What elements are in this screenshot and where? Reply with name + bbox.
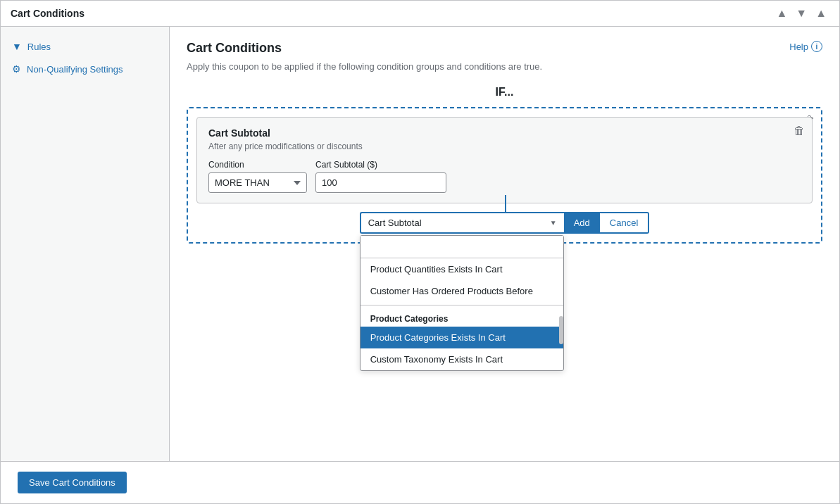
selected-condition-label: Cart Subtotal <box>368 218 422 228</box>
help-label: Help <box>789 42 808 52</box>
help-icon: i <box>811 41 822 52</box>
condition-group-outer: 🗑 🗑 Cart Subtotal After any price modifi… <box>187 107 822 244</box>
sidebar-item-rules-label: Rules <box>27 42 51 52</box>
content-header: Cart Conditions Help i <box>187 41 822 56</box>
condition-select[interactable]: MORE THAN LESS THAN EQUAL TO <box>208 172 307 193</box>
condition-box: 🗑 Cart Subtotal After any price modifica… <box>196 117 813 203</box>
dropdown-divider <box>361 305 563 305</box>
help-link[interactable]: Help i <box>789 41 822 52</box>
chevron-down-icon: ▼ <box>550 219 557 227</box>
add-condition-row: Cart Subtotal ▼ Add Cancel Product Quant… <box>196 212 813 234</box>
window-title: Cart Conditions <box>11 8 84 19</box>
footer: Save Cart Conditions <box>1 461 839 503</box>
condition-field-group: Condition MORE THAN LESS THAN EQUAL TO <box>208 160 307 193</box>
condition-dropdown-container: Cart Subtotal ▼ Add Cancel Product Quant… <box>360 212 650 234</box>
dropdown-group-product-categories: Product Categories <box>361 308 563 327</box>
condition-title: Cart Subtotal <box>208 127 801 139</box>
condition-subtitle: After any price modifications or discoun… <box>208 141 801 151</box>
dropdown-scrollbar[interactable] <box>559 261 563 370</box>
condition-label: Condition <box>208 160 307 170</box>
dropdown-item-customer-ordered[interactable]: Customer Has Ordered Products Before <box>361 280 563 302</box>
if-label: IF... <box>187 86 822 99</box>
cart-subtotal-input[interactable] <box>315 172 446 193</box>
delete-condition-button[interactable]: 🗑 <box>794 125 805 137</box>
title-bar: Cart Conditions ▲ ▼ ▲ <box>1 1 839 27</box>
dropdown-item-product-categories-exists[interactable]: Product Categories Exists In Cart <box>361 327 563 348</box>
sidebar-item-non-qualifying-label: Non-Qualifying Settings <box>27 64 123 75</box>
dropdown-scrollbar-thumb <box>559 316 563 344</box>
dropdown-item-product-quantities[interactable]: Product Quantities Exists In Cart <box>361 258 563 280</box>
cart-subtotal-label: Cart Subtotal ($) <box>315 160 446 170</box>
save-cart-conditions-button[interactable]: Save Cart Conditions <box>18 472 127 493</box>
main-window: Cart Conditions ▲ ▼ ▲ ▼ Rules ⚙ Non-Qual… <box>0 0 840 504</box>
condition-search-input[interactable] <box>361 236 563 258</box>
condition-fields: Condition MORE THAN LESS THAN EQUAL TO C… <box>208 160 801 193</box>
condition-dropdown-menu: Product Quantities Exists In Cart Custom… <box>360 235 564 371</box>
dropdown-item-custom-taxonomy[interactable]: Custom Taxonomy Exists In Cart <box>361 348 563 370</box>
cart-subtotal-field-group: Cart Subtotal ($) <box>315 160 446 193</box>
content-area: Cart Conditions Help i Apply this coupon… <box>170 27 839 461</box>
vertical-line <box>505 195 506 212</box>
collapse-up-button[interactable]: ▲ <box>773 6 790 20</box>
sidebar-item-non-qualifying[interactable]: ⚙ Non-Qualifying Settings <box>1 58 169 80</box>
main-layout: ▼ Rules ⚙ Non-Qualifying Settings Cart C… <box>1 27 839 461</box>
sidebar: ▼ Rules ⚙ Non-Qualifying Settings <box>1 27 170 461</box>
description: Apply this coupon to be applied if the f… <box>187 61 822 72</box>
title-bar-controls: ▲ ▼ ▲ <box>773 6 829 20</box>
filter-icon: ▼ <box>12 41 22 52</box>
gear-icon: ⚙ <box>12 63 21 75</box>
sidebar-item-rules[interactable]: ▼ Rules <box>1 35 169 58</box>
title-bar-left: Cart Conditions <box>11 8 84 19</box>
cancel-condition-button[interactable]: Cancel <box>600 212 649 234</box>
page-title: Cart Conditions <box>187 41 282 56</box>
expand-button[interactable]: ▲ <box>813 6 829 20</box>
collapse-down-button[interactable]: ▼ <box>793 6 810 20</box>
condition-type-select[interactable]: Cart Subtotal ▼ <box>360 212 564 234</box>
add-condition-button[interactable]: Add <box>564 212 600 234</box>
